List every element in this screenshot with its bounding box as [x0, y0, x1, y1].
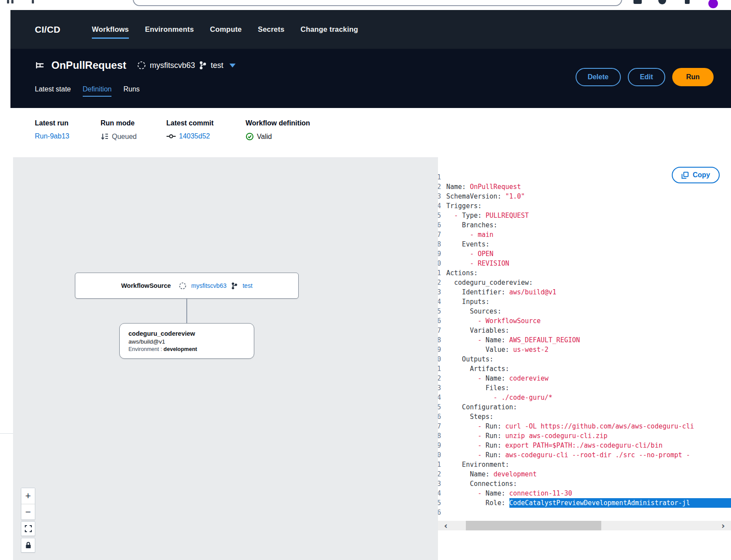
- run-button[interactable]: Run: [672, 68, 714, 86]
- code-token: aws/build@v1: [509, 287, 556, 297]
- latest-run-link[interactable]: Run-9ab13: [35, 132, 69, 140]
- workflow-definition-value: Valid: [257, 133, 272, 141]
- code-token: Actions:: [446, 268, 478, 278]
- codeguru-codereview-node[interactable]: codeguru_codereview aws/build@v1 Environ…: [119, 323, 254, 359]
- line-number: 13: [438, 287, 441, 297]
- code-token: Name:: [485, 489, 509, 498]
- code-token: -: [446, 422, 485, 431]
- code-token: development: [493, 469, 536, 479]
- line-number: 23: [438, 383, 441, 393]
- line-number: 19: [438, 345, 441, 354]
- source-node-repository-link[interactable]: mysfitscvb63: [191, 282, 226, 289]
- run-mode-value: Queued: [112, 133, 137, 141]
- line-number: 11: [438, 268, 441, 278]
- code-line: 26 Steps:: [438, 412, 731, 422]
- code-token: unzip aws-codeguru-cli.zip: [505, 431, 607, 441]
- code-line: 22 - Name: codereview: [438, 374, 731, 383]
- code-token: -: [446, 374, 485, 383]
- code-token: Name:: [446, 469, 493, 479]
- code-token: Outputs:: [446, 354, 493, 364]
- line-number: 4: [438, 201, 441, 211]
- nav-item-environments[interactable]: Environments: [145, 23, 194, 36]
- code-line: 4Triggers:: [438, 201, 731, 211]
- delete-button[interactable]: Delete: [576, 68, 621, 86]
- action-node-identifier: aws/build@v1: [128, 338, 245, 345]
- workflow-edge: [186, 299, 187, 323]
- code-token: Run:: [485, 450, 505, 460]
- code-token: export PATH=$PATH:./aws-codeguru-cli/bin: [505, 441, 662, 450]
- code-line: 36: [438, 508, 731, 517]
- workflow-source-node[interactable]: WorkflowSource mysfitscvb63 test: [75, 273, 299, 299]
- scrollbar-thumb[interactable]: [466, 521, 601, 530]
- code-token: - REVISION: [446, 259, 509, 268]
- run-mode-column: Run mode Queued: [101, 119, 137, 141]
- line-number: 1: [438, 172, 441, 182]
- workflow-icon: [35, 60, 45, 71]
- workflow-header: OnPullRequest mysfitscvb63 test Latest s…: [10, 49, 731, 108]
- nav-item-change-tracking[interactable]: Change tracking: [300, 23, 358, 36]
- zoom-in-button[interactable]: +: [21, 488, 35, 504]
- latest-commit-link[interactable]: 14035d52: [179, 132, 210, 140]
- line-number: 25: [438, 402, 441, 412]
- tab-runs[interactable]: Runs: [123, 85, 139, 97]
- selected-code-token: CodeCatalystPreviewDevelopmentAdministra…: [509, 498, 731, 508]
- code-line: 12 codeguru_codereview:: [438, 278, 731, 287]
- left-gutter-divider: [0, 433, 13, 434]
- code-token: Sources:: [446, 307, 501, 316]
- copy-button[interactable]: Copy: [672, 167, 720, 183]
- scroll-right-arrow[interactable]: ›: [715, 521, 731, 530]
- fit-screen-button[interactable]: [21, 521, 35, 536]
- codecatalyst-workflow-page: { "topbar": { "avatar_color": "#8106d1" …: [0, 0, 731, 560]
- lock-button[interactable]: [21, 538, 35, 553]
- zoom-out-button[interactable]: −: [21, 504, 35, 520]
- chevron-down-icon[interactable]: [229, 64, 236, 67]
- help-icon[interactable]: [685, 0, 690, 4]
- header-actions: Delete Edit Run: [576, 68, 714, 86]
- edit-button[interactable]: Edit: [628, 68, 665, 86]
- nav-item-workflows[interactable]: Workflows: [92, 23, 129, 36]
- code-token: -: [446, 335, 485, 345]
- source-node-branch-link[interactable]: test: [243, 282, 253, 289]
- line-number: 26: [438, 412, 441, 422]
- notifications-icon[interactable]: [658, 0, 666, 4]
- valid-check-icon: [246, 132, 254, 141]
- user-avatar[interactable]: [708, 0, 718, 8]
- yaml-panel: Copy 12Name: OnPullRequest3SchemaVersion…: [438, 157, 731, 560]
- global-search-input[interactable]: [133, 0, 622, 6]
- code-token: us-west-2: [513, 345, 549, 354]
- tab-latest-state[interactable]: Latest state: [35, 85, 71, 97]
- code-token: Name:: [485, 335, 509, 345]
- copy-icon: [681, 172, 689, 179]
- code-token: - OPEN: [446, 249, 493, 259]
- code-token: Type:: [462, 211, 485, 220]
- scrollbar-track[interactable]: [454, 521, 715, 530]
- line-number: 29: [438, 441, 441, 450]
- code-line: 19 Value: us-west-2: [438, 345, 731, 354]
- nav-item-secrets[interactable]: Secrets: [258, 23, 284, 36]
- apps-icon[interactable]: [633, 0, 642, 4]
- line-number: 9: [438, 249, 441, 259]
- line-number: 28: [438, 431, 441, 441]
- code-line: 18 - Name: AWS_DEFAULT_REGION: [438, 335, 731, 345]
- topbar-clipped-fragment: [32, 0, 34, 3]
- repository-icon: [179, 282, 187, 290]
- line-number: 31: [438, 460, 441, 469]
- tab-definition[interactable]: Definition: [83, 85, 112, 97]
- code-line: 23 Files:: [438, 383, 731, 393]
- code-line: 7 - main: [438, 230, 731, 240]
- line-number: 21: [438, 364, 441, 374]
- code-token: Files:: [446, 383, 509, 393]
- scroll-left-arrow[interactable]: ‹: [438, 521, 454, 530]
- code-line: 17 Variables:: [438, 326, 731, 335]
- code-line: 10 - REVISION: [438, 259, 731, 268]
- code-line: 28 - Run: unzip aws-codeguru-cli.zip: [438, 431, 731, 441]
- top-bar: [0, 0, 731, 10]
- line-number: 3: [438, 192, 441, 201]
- code-token: Steps:: [446, 412, 493, 422]
- nav-item-compute[interactable]: Compute: [210, 23, 242, 36]
- branch-icon: [199, 61, 207, 70]
- code-token: -: [446, 211, 462, 220]
- code-token: SchemaVersion:: [446, 192, 505, 201]
- code-token: Environment:: [446, 460, 509, 469]
- code-token: Branches:: [446, 220, 497, 230]
